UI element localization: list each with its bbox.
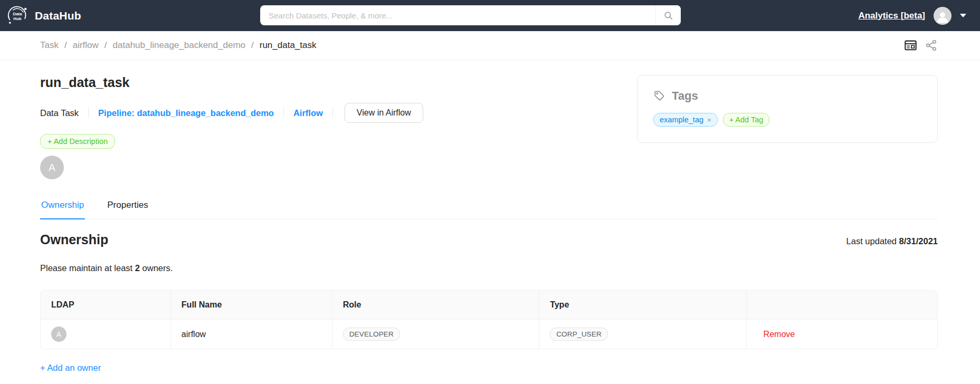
remove-owner-button[interactable]: Remove bbox=[757, 330, 795, 339]
owners-note-prefix: Please maintain at least bbox=[40, 263, 132, 273]
view-toggle-group bbox=[904, 39, 938, 52]
breadcrumb-item-airflow[interactable]: airflow bbox=[73, 40, 99, 51]
breadcrumb-item-current: run_data_task bbox=[260, 40, 317, 51]
cell-actions: Remove bbox=[746, 320, 937, 349]
lineage-icon bbox=[925, 39, 938, 52]
last-updated: Last updated 8/31/2021 bbox=[846, 236, 938, 246]
add-tag-button[interactable]: + Add Tag bbox=[723, 113, 770, 127]
analytics-link[interactable]: Analytics [beta] bbox=[858, 11, 925, 21]
page-title: run_data_task bbox=[40, 75, 423, 90]
search-input[interactable] bbox=[260, 5, 655, 25]
owners-table-container: LDAP Full Name Role Type A airflow DEVEL… bbox=[40, 290, 938, 349]
tab-bar: Ownership Properties bbox=[40, 200, 938, 219]
divider bbox=[283, 108, 284, 118]
tag-label: example_tag bbox=[660, 116, 703, 124]
pipeline-link[interactable]: Pipeline: datahub_lineage_backend_demo bbox=[98, 108, 274, 118]
nav-right-group: Analytics [beta] bbox=[858, 7, 966, 25]
entity-header: run_data_task Data Task Pipeline: datahu… bbox=[40, 75, 938, 179]
column-header-actions bbox=[746, 291, 937, 320]
platform-link[interactable]: Airflow bbox=[293, 108, 323, 118]
owners-note-count: 2 bbox=[135, 263, 140, 273]
detail-view-icon bbox=[904, 39, 917, 52]
column-header-type: Type bbox=[539, 291, 746, 320]
breadcrumb-separator: / bbox=[64, 40, 67, 51]
cell-fullname: airflow bbox=[170, 320, 332, 349]
tab-properties[interactable]: Properties bbox=[106, 200, 149, 219]
view-in-airflow-button[interactable]: View in Airflow bbox=[345, 103, 423, 123]
cell-ldap: A bbox=[41, 320, 170, 349]
user-avatar[interactable] bbox=[934, 7, 952, 25]
type-badge: CORP_USER bbox=[550, 328, 608, 341]
entity-type-label: Data Task bbox=[40, 108, 79, 118]
search-icon bbox=[663, 11, 673, 21]
cell-role: DEVELOPER bbox=[332, 320, 539, 349]
ownership-section-header: Ownership Last updated 8/31/2021 bbox=[40, 232, 938, 247]
last-updated-date: 8/31/2021 bbox=[899, 236, 938, 246]
breadcrumb-separator: / bbox=[104, 40, 107, 51]
breadcrumb: Task / airflow / datahub_lineage_backend… bbox=[0, 31, 980, 60]
tags-list: example_tag × + Add Tag bbox=[653, 113, 921, 127]
add-owner-button[interactable]: + Add an owner bbox=[40, 363, 101, 373]
owners-note: Please maintain at least 2 owners. bbox=[40, 263, 938, 273]
owners-note-suffix: owners. bbox=[142, 263, 173, 273]
tags-card-title: Tags bbox=[672, 89, 698, 103]
table-header-row: LDAP Full Name Role Type bbox=[41, 291, 937, 320]
brand-title[interactable]: DataHub bbox=[35, 9, 81, 22]
chevron-down-icon[interactable] bbox=[960, 14, 966, 17]
add-description-button[interactable]: + Add Description bbox=[40, 134, 115, 149]
last-updated-label: Last updated bbox=[846, 236, 897, 246]
breadcrumb-item-pipeline[interactable]: datahub_lineage_backend_demo bbox=[113, 40, 245, 51]
role-badge: DEVELOPER bbox=[343, 328, 400, 341]
ownership-heading: Ownership bbox=[40, 232, 108, 247]
svg-text:Hub: Hub bbox=[13, 16, 21, 21]
entity-meta-row: Data Task Pipeline: datahub_lineage_back… bbox=[40, 103, 423, 123]
divider bbox=[88, 108, 89, 118]
divider bbox=[332, 108, 333, 118]
table-row: A airflow DEVELOPER CORP_USER Remove bbox=[41, 320, 937, 349]
tag-example-tag[interactable]: example_tag × bbox=[653, 113, 718, 127]
cell-type: CORP_USER bbox=[539, 320, 746, 349]
column-header-fullname: Full Name bbox=[170, 291, 332, 320]
tag-icon bbox=[653, 90, 665, 102]
tags-card-header: Tags bbox=[653, 89, 921, 103]
breadcrumb-separator: / bbox=[251, 40, 254, 51]
tag-remove-icon[interactable]: × bbox=[707, 116, 711, 124]
tags-card: Tags example_tag × + Add Tag bbox=[637, 75, 938, 143]
search-bar bbox=[260, 5, 681, 25]
person-icon bbox=[935, 9, 950, 25]
owners-table: LDAP Full Name Role Type A airflow DEVEL… bbox=[41, 291, 937, 349]
owner-avatar[interactable]: A bbox=[40, 156, 64, 179]
owner-row-avatar[interactable]: A bbox=[51, 327, 66, 342]
top-nav: Data Hub DataHub Analytics [beta] bbox=[0, 0, 980, 31]
column-header-ldap: LDAP bbox=[41, 291, 170, 320]
page-content: run_data_task Data Task Pipeline: datahu… bbox=[0, 75, 980, 373]
datahub-logo-icon[interactable]: Data Hub bbox=[6, 5, 28, 27]
tab-ownership[interactable]: Ownership bbox=[40, 200, 85, 219]
breadcrumb-item-task[interactable]: Task bbox=[40, 40, 59, 51]
lineage-view-button[interactable] bbox=[925, 39, 938, 52]
entity-header-left: run_data_task Data Task Pipeline: datahu… bbox=[40, 75, 423, 179]
detail-view-button[interactable] bbox=[904, 39, 917, 52]
column-header-role: Role bbox=[332, 291, 539, 320]
search-button[interactable] bbox=[655, 5, 681, 25]
